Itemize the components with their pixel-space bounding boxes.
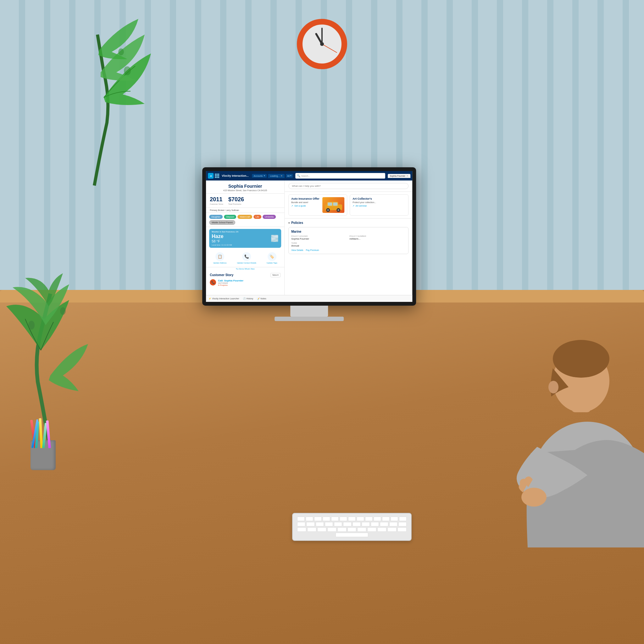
key[interactable] bbox=[397, 527, 407, 532]
main-content-area: Sophia Fournier 415 Mission Street, San … bbox=[206, 180, 412, 295]
key[interactable] bbox=[374, 517, 381, 521]
tag-umbrella[interactable]: Umbrella bbox=[263, 215, 276, 219]
key[interactable] bbox=[348, 517, 356, 521]
svg-point-9 bbox=[337, 209, 339, 211]
key[interactable] bbox=[314, 517, 322, 521]
action-update-contact[interactable]: 📞 Update Contact Details bbox=[237, 252, 256, 264]
key[interactable] bbox=[357, 517, 364, 521]
new-story-button[interactable]: New ▾ bbox=[270, 273, 280, 277]
customer-address: 415 Mission Street, San Francisco CA 941… bbox=[210, 189, 280, 192]
update-tags-icon: 🏷️ bbox=[268, 252, 276, 261]
assist-search-input[interactable] bbox=[288, 183, 408, 189]
key[interactable] bbox=[334, 522, 342, 526]
key[interactable] bbox=[306, 522, 314, 526]
weather-widget: Weather in San Francisco, CA Haze 58 °F … bbox=[209, 229, 281, 248]
tab-loading[interactable]: Loading... ✕ bbox=[268, 174, 285, 178]
stat-total-premiums: $7026 Total Premiums bbox=[228, 196, 244, 205]
key[interactable] bbox=[362, 522, 370, 526]
assist-header bbox=[285, 180, 412, 192]
key[interactable] bbox=[340, 517, 347, 521]
key[interactable] bbox=[380, 522, 388, 526]
svg-point-17 bbox=[521, 488, 547, 507]
spacebar-key[interactable] bbox=[336, 533, 368, 537]
policy-term-field: TERM Annual bbox=[291, 242, 347, 247]
close-tab-icon[interactable]: ✕ bbox=[280, 175, 283, 177]
clock-body bbox=[297, 19, 347, 69]
key[interactable] bbox=[306, 517, 313, 521]
key[interactable] bbox=[297, 522, 305, 526]
policies-chevron-icon[interactable]: ▾ bbox=[288, 221, 290, 225]
auto-offer-link[interactable]: ↗ Get a quote bbox=[291, 205, 320, 207]
key[interactable] bbox=[367, 527, 376, 532]
all-dropdown[interactable]: All ▾ bbox=[286, 174, 293, 178]
global-search[interactable]: 🔍 Search... bbox=[295, 173, 385, 179]
key[interactable] bbox=[371, 522, 379, 526]
key[interactable] bbox=[391, 517, 398, 521]
svg-point-16 bbox=[548, 381, 558, 393]
update-address-icon: 📋 bbox=[215, 252, 224, 261]
customer-name: Sophia Fournier bbox=[210, 184, 280, 189]
plant-right bbox=[38, 9, 189, 186]
key[interactable] bbox=[389, 522, 397, 526]
demo-link[interactable]: Try Demo What's New bbox=[206, 267, 284, 270]
app-grid-icon[interactable] bbox=[215, 174, 219, 178]
key[interactable] bbox=[337, 527, 347, 532]
key[interactable] bbox=[297, 517, 305, 521]
key[interactable] bbox=[325, 522, 333, 526]
clock-center-dot bbox=[320, 42, 324, 46]
art-offer-link[interactable]: ↗ Art seminar bbox=[353, 205, 406, 207]
auto-offer-image bbox=[322, 197, 344, 213]
bottom-tab-history[interactable]: 🕐 History bbox=[243, 297, 253, 300]
close-active-tab-icon[interactable]: ✕ bbox=[406, 175, 408, 177]
key[interactable] bbox=[317, 527, 326, 532]
key[interactable] bbox=[357, 527, 366, 532]
crm-screen: ☁ Vlocity Interaction... Accounts ▾ Load… bbox=[206, 171, 412, 302]
tag-stepson[interactable]: Stepson bbox=[224, 215, 236, 219]
clock-second-hand bbox=[322, 44, 337, 53]
tag-watercraft[interactable]: Watercraft bbox=[238, 215, 252, 219]
tag-life[interactable]: Life bbox=[253, 215, 261, 219]
nav-bar: ☁ Vlocity Interaction... Accounts ▾ Load… bbox=[206, 171, 412, 180]
key[interactable] bbox=[297, 527, 306, 532]
key[interactable] bbox=[382, 517, 390, 521]
tag-daughter[interactable]: Daughter bbox=[209, 215, 223, 219]
history-icon: 🕐 bbox=[243, 297, 246, 300]
clock-minute-hand bbox=[321, 28, 323, 44]
action-update-address[interactable]: 📋 Update Address bbox=[213, 252, 227, 264]
key[interactable] bbox=[365, 517, 373, 521]
monitor-base bbox=[275, 317, 344, 321]
key[interactable] bbox=[323, 517, 330, 521]
key[interactable] bbox=[377, 527, 386, 532]
tab-accounts[interactable]: Accounts ▾ bbox=[252, 174, 267, 178]
key[interactable] bbox=[387, 527, 397, 532]
customer-tags: Daughter Stepson Watercraft Life Umbrell… bbox=[206, 213, 284, 227]
key[interactable] bbox=[399, 517, 407, 521]
weather-main: Haze 58 °F 🌫️ bbox=[212, 234, 279, 243]
key[interactable] bbox=[331, 517, 339, 521]
bottom-tab-launcher[interactable]: ⚡ Vlocity Interaction Launcher bbox=[208, 297, 239, 300]
tag-msp[interactable]: Middle School Parent bbox=[209, 220, 235, 225]
action-update-tags[interactable]: 🏷️ Update Tags bbox=[267, 252, 277, 264]
auto-insurance-offer-card: Auto Insurance Offer Bundle and save! ↗ … bbox=[288, 194, 347, 216]
stats-row: 2011 Customer Since $7026 Total Premiums bbox=[206, 194, 284, 208]
svg-point-1 bbox=[60, 307, 66, 315]
key[interactable] bbox=[327, 527, 336, 532]
key[interactable] bbox=[353, 522, 361, 526]
key[interactable] bbox=[307, 527, 316, 532]
person-illustration bbox=[468, 296, 644, 547]
launcher-icon: ⚡ bbox=[208, 297, 211, 300]
policy-fields: POLICY HOLDER Sophia Fournier POLICY NUM… bbox=[291, 235, 406, 247]
offers-section: Auto Insurance Offer Bundle and save! ↗ … bbox=[285, 192, 412, 219]
story-header: Customer Story New ▾ bbox=[210, 273, 280, 277]
pay-premium-link[interactable]: Pay Premium bbox=[306, 249, 319, 251]
policy-holder-field: POLICY HOLDER Sophia Fournier bbox=[291, 235, 347, 240]
key[interactable] bbox=[316, 522, 324, 526]
key[interactable] bbox=[398, 522, 407, 526]
monitor: ☁ Vlocity Interaction... Accounts ▾ Load… bbox=[202, 167, 416, 321]
key[interactable] bbox=[347, 527, 357, 532]
view-details-link[interactable]: View Details bbox=[291, 249, 303, 251]
keyboard-body bbox=[292, 513, 412, 541]
bottom-tab-notes[interactable]: 📝 Notes bbox=[257, 297, 266, 300]
tab-sophia-fournier[interactable]: Sophia Fournier ✕ bbox=[388, 174, 410, 178]
key[interactable] bbox=[343, 522, 351, 526]
